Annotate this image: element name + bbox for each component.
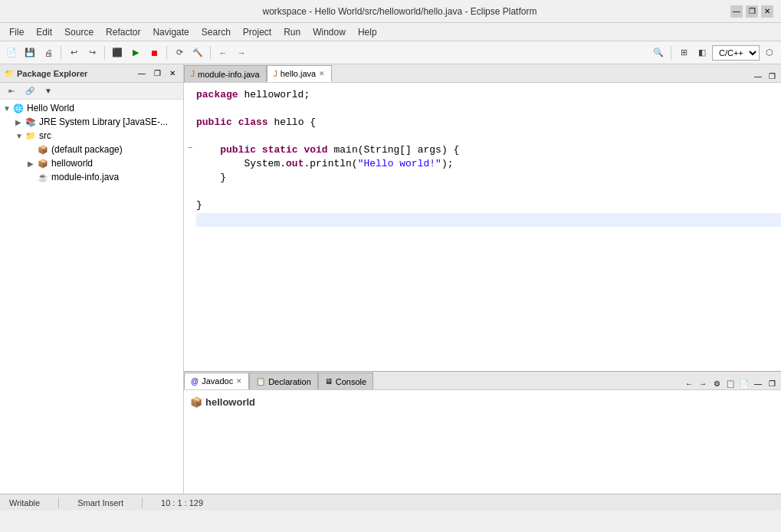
close-button[interactable]: ✕ (761, 5, 773, 18)
menu-navigate[interactable]: Navigate (146, 25, 195, 39)
build-button[interactable]: 🔨 (189, 44, 206, 61)
tab-hello-java[interactable]: J hello.java ✕ (267, 65, 332, 82)
tree-item-jre[interactable]: ▶ 📚 JRE System Library [JavaSE-... (0, 115, 183, 129)
project-icon: 🌐 (12, 102, 25, 114)
menu-search[interactable]: Search (195, 25, 237, 39)
search-icon-btn[interactable]: 🔍 (650, 44, 667, 61)
collapse-all-button[interactable]: ⇤ (3, 83, 20, 100)
editor-panel: J module-info.java J hello.java ✕ — ❐ pa… (184, 64, 781, 494)
menu-file[interactable]: File (3, 25, 30, 39)
line-content-8 (196, 186, 781, 199)
new-button[interactable]: 📄 (3, 44, 20, 61)
title-bar: workspace - Hello World/src/helloworld/h… (0, 0, 781, 23)
javadoc-helloworld-item: 📦 helloworld (190, 396, 775, 408)
tab-console-icon: 🖥 (325, 377, 333, 386)
title-text: workspace - Hello World/src/helloworld/h… (69, 6, 730, 17)
expand-arrow-jre: ▶ (15, 118, 25, 126)
menu-project[interactable]: Project (237, 25, 277, 39)
gutter-collapse-10 (184, 213, 196, 227)
bottom-tabs: @ Javadoc ✕ 📋 Declaration 🖥 Console ← → … (184, 372, 781, 390)
tree-label-helloworld: Hello World (27, 103, 74, 113)
print-button[interactable]: 🖨 (40, 44, 57, 61)
tab-close-javadoc[interactable]: ✕ (236, 377, 242, 385)
code-line-6: System.out.println("Hello world!"); (184, 158, 781, 172)
status-sep-2 (142, 498, 143, 508)
tree-label-jre: JRE System Library [JavaSE-... (39, 117, 168, 127)
redo-button[interactable]: ↪ (84, 44, 100, 61)
package-explorer-icon: 📁 (5, 69, 14, 77)
bottom-content: 📦 helloworld (184, 390, 781, 494)
open-perspective[interactable]: ⊞ (675, 44, 692, 61)
nav-back-button[interactable]: ← (683, 377, 695, 389)
pkg-icon-helloworld: 📦 (37, 157, 49, 169)
tab-close-hello-java[interactable]: ✕ (319, 70, 325, 77)
menu-window[interactable]: Window (307, 25, 352, 39)
src-folder-icon: 📁 (25, 130, 37, 142)
pkg-icon-default: 📦 (37, 143, 49, 156)
line-content-10 (196, 213, 781, 227)
tab-javadoc[interactable]: @ Javadoc ✕ (184, 373, 249, 389)
tree-label-default-pkg: (default package) (51, 144, 123, 155)
panel-maximize-button[interactable]: ❐ (151, 67, 163, 80)
link-with-editor-button[interactable]: 🔗 (21, 83, 38, 100)
tab-hello-java-label: hello.java (281, 69, 316, 78)
bottom-maximize-button[interactable]: ❐ (766, 377, 778, 389)
save-button[interactable]: 💾 (21, 44, 38, 61)
tree-item-helloworld-pkg[interactable]: ▶ 📦 helloworld (0, 156, 183, 170)
tree-item-module-info[interactable]: ☕ module-info.java (0, 170, 183, 184)
run-button[interactable]: ▶ (127, 44, 144, 61)
menu-help[interactable]: Help (352, 25, 383, 39)
editor-tabs: J module-info.java J hello.java ✕ — ❐ (184, 64, 781, 83)
stop-button[interactable]: ⏹ (146, 44, 162, 61)
line-content-4 (196, 130, 781, 144)
refresh-button[interactable]: ⟳ (171, 44, 188, 61)
tab-module-info[interactable]: J module-info.java (184, 65, 267, 82)
tree-item-default-pkg[interactable]: 📦 (default package) (0, 143, 183, 156)
gutter-collapse-6 (184, 158, 196, 172)
status-sep-1 (58, 498, 59, 508)
bottom-action-2[interactable]: 📋 (724, 377, 737, 389)
status-writable: Writable (6, 498, 43, 507)
editor-minimize-button[interactable]: — (752, 70, 764, 82)
tab-console[interactable]: 🖥 Console (318, 373, 373, 389)
toolbar-main: 📄 💾 🖨 ↩ ↪ ⬛ ▶ ⏹ ⟳ 🔨 ← → 🔍 ⊞ ◧ C/C++ Java… (0, 41, 781, 64)
tab-declaration[interactable]: 📋 Declaration (249, 373, 318, 389)
perspective-btn[interactable]: ◧ (694, 44, 710, 61)
debug-button[interactable]: ⬛ (109, 44, 126, 61)
bottom-action-1[interactable]: ⚙ (710, 377, 723, 389)
forward-button[interactable]: → (233, 44, 250, 61)
panel-close-button[interactable]: ✕ (166, 67, 179, 80)
perspective-selector[interactable]: C/C++ Java (712, 45, 760, 61)
view-menu-button[interactable]: ▼ (40, 83, 57, 100)
menu-refactor[interactable]: Refactor (100, 25, 146, 39)
minimize-button[interactable]: — (730, 5, 743, 18)
bottom-action-3[interactable]: 📄 (738, 377, 750, 389)
tree-view: ▼ 🌐 Hello World ▶ 📚 JRE System Library [… (0, 100, 183, 494)
menu-source[interactable]: Source (58, 25, 100, 39)
nav-fwd-button[interactable]: → (697, 377, 709, 389)
bottom-tabs-actions: ← → ⚙ 📋 📄 — ❐ (683, 377, 781, 389)
module-java-icon: ☕ (37, 171, 49, 183)
package-explorer-title: Package Explorer (17, 69, 133, 78)
menu-run[interactable]: Run (277, 25, 307, 39)
line-content-6: System.out.println("Hello world!"); (196, 158, 781, 172)
undo-button[interactable]: ↩ (65, 44, 82, 61)
tree-item-src[interactable]: ▼ 📁 src (0, 129, 183, 143)
window-controls: — ❐ ✕ (730, 5, 773, 18)
tree-item-helloworld[interactable]: ▼ 🌐 Hello World (0, 101, 183, 115)
panel-minimize-button[interactable]: — (136, 67, 148, 80)
code-line-2 (184, 103, 781, 117)
line-content-1: package helloworld; (196, 89, 781, 103)
editor-maximize-button[interactable]: ❐ (766, 70, 778, 82)
bottom-minimize-button[interactable]: — (752, 377, 764, 389)
expand-arrow-src: ▼ (15, 132, 25, 140)
back-button[interactable]: ← (215, 44, 231, 61)
code-editor[interactable]: package helloworld; public class hello {… (184, 83, 781, 371)
bottom-panel: @ Javadoc ✕ 📋 Declaration 🖥 Console ← → … (184, 371, 781, 494)
maximize-button[interactable]: ❐ (746, 5, 758, 18)
menu-edit[interactable]: Edit (30, 25, 58, 39)
expand-arrow-helloworld: ▼ (3, 104, 12, 113)
helloworld-pkg-icon: 📦 (190, 396, 202, 408)
perspective-icon[interactable]: ⬡ (761, 44, 778, 61)
tab-hello-java-icon: J (274, 70, 277, 78)
